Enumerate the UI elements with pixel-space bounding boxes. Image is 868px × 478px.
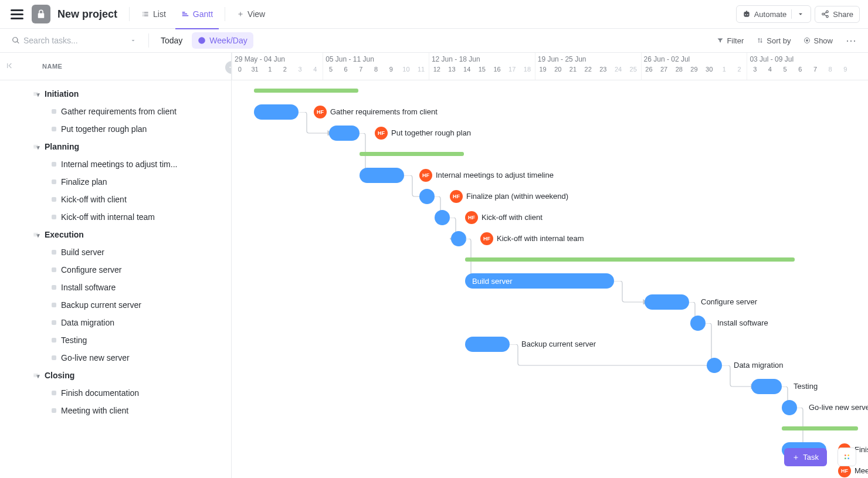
day-cell: 2	[277, 65, 293, 74]
svg-point-5	[847, 457, 849, 459]
task-name: Testing	[61, 335, 87, 345]
day-cell: 25	[626, 65, 641, 74]
assignee-avatar[interactable]: HF	[838, 465, 851, 477]
show-icon	[803, 37, 811, 44]
add-view-button[interactable]: View	[231, 5, 271, 23]
task-row[interactable]: Put together rough plan	[0, 120, 231, 138]
task-bar[interactable]	[751, 379, 782, 394]
week-label: 29 May - 04 Jun	[232, 53, 323, 65]
filter-button[interactable]: Filter	[713, 34, 747, 48]
task-bar[interactable]	[690, 316, 706, 331]
new-task-fab[interactable]: Task	[784, 448, 827, 466]
group-row[interactable]: ▼Initiation	[0, 85, 231, 103]
day-cell: 30	[701, 65, 717, 74]
view-tab-list[interactable]: List	[135, 5, 172, 23]
group-bar-closing[interactable]	[782, 426, 858, 430]
plus-icon	[792, 454, 799, 461]
task-name: Build server	[61, 248, 104, 257]
group-row[interactable]: ▼Planning	[0, 138, 231, 155]
group-row[interactable]: ▼Execution	[0, 226, 231, 243]
day-cell: 6	[792, 65, 808, 74]
task-row[interactable]: Go-live new server	[0, 349, 231, 367]
name-column-header: NAME	[42, 63, 62, 70]
task-name: Finalize plan	[61, 177, 107, 187]
task-row[interactable]: Data migration	[0, 314, 231, 331]
day-cell: 17	[504, 65, 520, 74]
today-button[interactable]: Today	[157, 33, 186, 48]
task-bar[interactable]	[645, 294, 689, 310]
task-row[interactable]: Gather requirements from client	[0, 103, 231, 120]
task-bar[interactable]	[707, 358, 722, 373]
task-row[interactable]: Install software	[0, 279, 231, 296]
task-label: Testing	[794, 382, 818, 391]
view-tab-gantt[interactable]: Gantt	[175, 5, 219, 29]
task-name: Internal meetings to adjust tim...	[61, 160, 177, 169]
week-label: 12 Jun - 18 Jun	[429, 53, 535, 65]
task-bar[interactable]	[435, 210, 450, 225]
task-bar[interactable]	[254, 104, 299, 120]
day-cell: 5	[778, 65, 793, 74]
svg-point-1	[806, 40, 808, 42]
assignee-avatar[interactable]: HF	[375, 127, 388, 140]
assignee-avatar[interactable]: HF	[480, 232, 493, 245]
view-tab-list-label: List	[153, 9, 166, 19]
automate-button[interactable]: Automate	[736, 5, 812, 23]
task-row[interactable]: Kick-off with internal team	[0, 208, 231, 226]
search-input-wrapper[interactable]	[8, 33, 140, 48]
search-input[interactable]	[23, 36, 126, 45]
task-name: Meeting with client	[61, 406, 128, 415]
task-bar[interactable]	[360, 168, 404, 183]
week-label: 03 Jul - 09 Jul	[747, 53, 853, 65]
task-row[interactable]: Kick-off with client	[0, 191, 231, 208]
assignee-avatar[interactable]: HF	[450, 190, 463, 203]
chevron-down-icon[interactable]	[796, 10, 805, 18]
day-cell: 6	[338, 65, 354, 74]
task-row[interactable]: Build server	[0, 243, 231, 261]
task-name: Configure server	[61, 265, 122, 274]
chevron-down-icon[interactable]	[130, 37, 137, 44]
day-cell: 27	[656, 65, 672, 74]
task-row[interactable]: Finalize plan	[0, 173, 231, 191]
show-label: Show	[813, 36, 833, 45]
search-icon	[12, 36, 20, 45]
task-name: Data migration	[61, 318, 114, 327]
task-bar[interactable]	[465, 337, 510, 352]
share-button[interactable]: Share	[815, 6, 860, 23]
more-options-button[interactable]: ⋯	[842, 33, 860, 48]
task-bar[interactable]	[329, 126, 360, 141]
show-button[interactable]: Show	[800, 34, 836, 48]
day-cell: 5	[323, 65, 338, 74]
task-row[interactable]: Configure server	[0, 261, 231, 279]
task-row[interactable]: Backup current server	[0, 296, 231, 314]
group-bar-initiation[interactable]	[254, 89, 358, 93]
assignee-avatar[interactable]: HF	[465, 211, 478, 224]
day-cell: 1	[262, 65, 277, 74]
apps-button[interactable]	[838, 448, 856, 466]
task-bar[interactable]	[419, 189, 435, 204]
task-row[interactable]: Finish documentation	[0, 384, 231, 402]
task-label: Install software	[717, 318, 768, 327]
task-bar[interactable]	[451, 231, 466, 246]
day-cell: 0	[232, 65, 247, 74]
automate-label: Automate	[754, 10, 787, 19]
day-cell: 29	[687, 65, 702, 74]
sortby-button[interactable]: Sort by	[753, 34, 794, 48]
group-label: Closing	[45, 371, 74, 380]
day-cell: 10	[399, 65, 414, 74]
day-cell: 4	[762, 65, 778, 74]
granularity-selector[interactable]: Week/Day	[192, 32, 253, 49]
task-bar[interactable]: Build server	[465, 273, 614, 289]
task-row[interactable]: Meeting with client	[0, 402, 231, 419]
task-bar[interactable]	[782, 400, 797, 415]
add-column-button[interactable]: +	[225, 61, 232, 74]
group-bar-planning[interactable]	[360, 152, 464, 156]
task-row[interactable]: Testing	[0, 331, 231, 349]
hamburger-menu-icon[interactable]	[8, 7, 26, 22]
task-row[interactable]: Internal meetings to adjust tim...	[0, 155, 231, 173]
task-name: Finish documentation	[61, 388, 139, 398]
collapse-sidebar-icon[interactable]	[6, 61, 15, 70]
task-bar-inner-label: Build server	[472, 277, 513, 286]
group-bar-execution[interactable]	[465, 257, 795, 262]
group-row[interactable]: ▼Closing	[0, 367, 231, 384]
day-cell: 15	[474, 65, 490, 74]
